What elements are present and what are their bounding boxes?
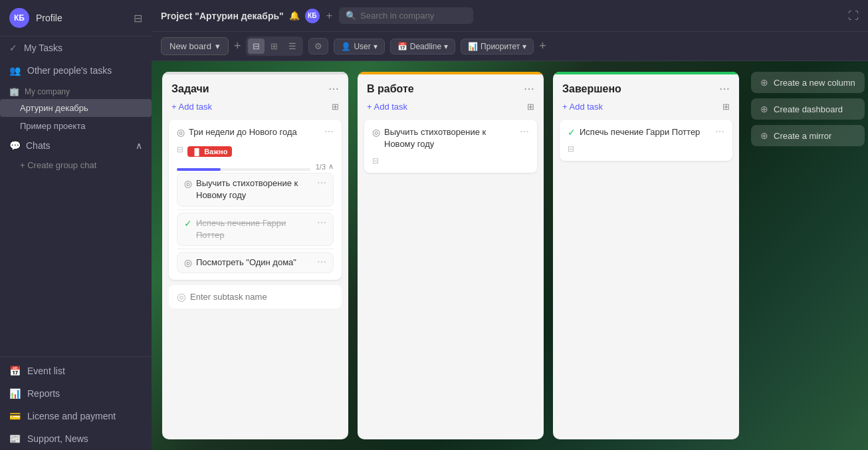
topbar: Project "Артурин декабрь" 🔔 КБ + 🔍 ⛶	[152, 0, 868, 32]
view-kanban-btn[interactable]: ⊟	[248, 39, 265, 54]
create-group-chat-button[interactable]: + Create group chat	[0, 156, 152, 174]
column-done-menu-icon[interactable]: ⋯	[719, 82, 730, 95]
sidebar-item-project-example[interactable]: Пример проекта	[0, 117, 152, 135]
task-1-menu-icon[interactable]: ⋯	[324, 126, 334, 137]
toolbar-add-board-icon[interactable]: +	[234, 39, 241, 53]
column-inprogress-add-task-btn[interactable]: + Add task	[367, 102, 407, 112]
subtask-1-menu-icon[interactable]: ⋯	[317, 177, 326, 188]
event-list-icon: 📅	[9, 366, 21, 376]
sidebar-profile-header[interactable]: КБ Profile ⊟	[0, 0, 152, 37]
task-2-footer: ⊟	[372, 154, 529, 166]
column-todo: Задачи ⋯ + Add task ⊞ ◎ Три недели до Но…	[162, 72, 348, 439]
view-toggle: ⊟ ⊞ ☰	[246, 37, 303, 56]
column-inprogress-header: В работе ⋯	[358, 74, 544, 99]
sidebar-item-my-tasks[interactable]: ✓ My Tasks	[0, 37, 152, 59]
subtask-2-menu-icon[interactable]: ⋯	[317, 217, 326, 228]
task-1-tag-row: ⊟ ▐▌ Важно	[177, 142, 334, 157]
board-toolbar: New board ▾ + ⊟ ⊞ ☰ ⚙ 👤 User ▾ 📅 Deadlin…	[152, 32, 868, 61]
subtask-2-check-icon[interactable]: ✓	[184, 218, 192, 229]
task-1-expand-icon[interactable]: ∧	[328, 162, 334, 171]
sidebar-layout-icon[interactable]: ⊟	[134, 12, 142, 25]
priority-filter-label: Приоритет	[481, 42, 520, 51]
sidebar-item-reports[interactable]: 📊 Reports	[0, 382, 152, 405]
subtask-divider-2	[177, 249, 334, 249]
task-3-subtask-icon: ⊟	[568, 144, 574, 154]
view-list-btn[interactable]: ☰	[284, 39, 301, 54]
sidebar-item-license[interactable]: 💳 License and payment	[0, 405, 152, 427]
tasks-icon: ✓	[9, 43, 17, 53]
filter-priority-button[interactable]: 📊 Приоритет ▾	[461, 39, 534, 55]
task-1-tag: ▐▌ Важно	[187, 146, 232, 157]
priority-filter-arrow-icon: ▾	[522, 42, 526, 51]
board-area: Задачи ⋯ + Add task ⊞ ◎ Три недели до Но…	[152, 61, 868, 450]
task-card-2: ◎ Выучить стихотворение к Новому году ⋯ …	[364, 120, 537, 173]
create-new-column-option[interactable]: ⊕ Create a new column	[751, 72, 865, 93]
expand-icon[interactable]: ⛶	[848, 10, 859, 21]
create-dashboard-option[interactable]: ⊕ Create dashboard	[751, 98, 865, 120]
task-2-check-icon[interactable]: ◎	[372, 127, 380, 138]
topbar-plus-icon[interactable]: +	[326, 10, 332, 22]
sidebar-item-project-arturin[interactable]: Артурин декабрь	[0, 99, 152, 117]
task-2-menu-icon[interactable]: ⋯	[520, 126, 529, 137]
task-1-subtask-count-row: 1/3 ∧	[177, 162, 334, 171]
view-grid-btn[interactable]: ⊞	[266, 39, 282, 54]
task-1-subtask-count[interactable]: 1/3	[316, 163, 326, 171]
chats-section-left: 💬 Chats	[9, 140, 51, 151]
subtask-input[interactable]	[190, 292, 334, 302]
bell-icon[interactable]: 🔔	[289, 11, 300, 21]
subtask-3-menu-icon[interactable]: ⋯	[317, 257, 326, 267]
create-mirror-option[interactable]: ⊕ Create a mirror	[751, 125, 865, 146]
create-column-icon: ⊕	[760, 77, 768, 88]
deadline-filter-icon: 📅	[397, 42, 407, 51]
task-card-3: ✓ Испечь печение Гарри Поттер ⋯ ⊟	[560, 120, 732, 161]
reports-label: Reports	[27, 388, 60, 399]
filter-user-button[interactable]: 👤 User ▾	[334, 39, 384, 55]
subtask-1-card: ◎ Выучить стихотворение к Новому году ⋯	[177, 173, 334, 206]
search-icon: 🔍	[346, 11, 356, 21]
task-2-title-row: ◎ Выучить стихотворение к Новому году	[372, 126, 516, 150]
subtask-2-header: ✓ Испечь печение Гарри Поттер ⋯	[184, 217, 326, 241]
filter-deadline-button[interactable]: 📅 Deadline ▾	[390, 39, 455, 55]
column-todo-title: Задачи	[171, 83, 209, 95]
chats-chevron-icon[interactable]: ∧	[136, 140, 142, 151]
column-inprogress-menu-icon[interactable]: ⋯	[524, 82, 534, 95]
task-3-title-row: ✓ Испечь печение Гарри Поттер	[568, 126, 711, 138]
sidebar-section-mycompany[interactable]: 🏢 My company	[0, 82, 152, 99]
column-inprogress-table-icon[interactable]: ⊞	[527, 102, 534, 112]
subtask-2-card: ✓ Испечь печение Гарри Поттер ⋯	[177, 213, 334, 246]
subtask-1-check-icon[interactable]: ◎	[184, 178, 192, 189]
sidebar-item-others-tasks[interactable]: 👥 Other people's tasks	[0, 59, 152, 82]
add-filter-icon[interactable]: +	[539, 39, 546, 53]
sidebar-section-chats[interactable]: 💬 Chats ∧	[0, 135, 152, 156]
column-done-header: Завершено ⋯	[553, 74, 739, 99]
column-done-add-task-btn[interactable]: + Add task	[562, 102, 603, 112]
profile-link[interactable]: КБ Profile	[9, 8, 62, 28]
new-board-button[interactable]: New board ▾	[161, 37, 229, 55]
column-done-title: Завершено	[562, 83, 621, 95]
task-3-menu-icon[interactable]: ⋯	[715, 126, 724, 137]
mycompany-label: My company	[25, 87, 70, 96]
column-todo-table-icon[interactable]: ⊞	[332, 102, 339, 112]
task-2-title: Выучить стихотворение к Новому году	[384, 126, 516, 150]
gear-settings-button[interactable]: ⚙	[308, 38, 328, 55]
sidebar-item-support[interactable]: 📰 Support, News	[0, 427, 152, 450]
column-todo-menu-icon[interactable]: ⋯	[328, 82, 339, 95]
task-card-1-header: ◎ Три недели до Нового года ⋯	[177, 126, 334, 138]
task-3-check-icon[interactable]: ✓	[568, 127, 576, 138]
deadline-filter-arrow-icon: ▾	[444, 42, 448, 51]
profile-name: Profile	[36, 13, 62, 23]
new-board-chevron-icon: ▾	[215, 41, 220, 51]
subtask-3-title: Посмотреть "Один дома"	[196, 257, 296, 269]
task-1-title: Три недели до Нового года	[189, 126, 297, 138]
task-3-title: Испечь печение Гарри Поттер	[580, 126, 700, 138]
priority-filter-icon: 📊	[468, 42, 478, 51]
column-todo-add-task-btn[interactable]: + Add task	[171, 102, 212, 112]
search-bar[interactable]: 🔍	[339, 7, 473, 24]
task-2-subtask-icon: ⊟	[372, 156, 379, 166]
task-1-check-icon[interactable]: ◎	[177, 127, 185, 138]
search-input[interactable]	[360, 11, 467, 21]
sidebar-bottom: 📅 Event list 📊 Reports 💳 License and pay…	[0, 356, 152, 450]
subtask-3-check-icon[interactable]: ◎	[184, 257, 192, 268]
sidebar-item-event-list[interactable]: 📅 Event list	[0, 360, 152, 382]
column-done-table-icon[interactable]: ⊞	[722, 102, 730, 112]
